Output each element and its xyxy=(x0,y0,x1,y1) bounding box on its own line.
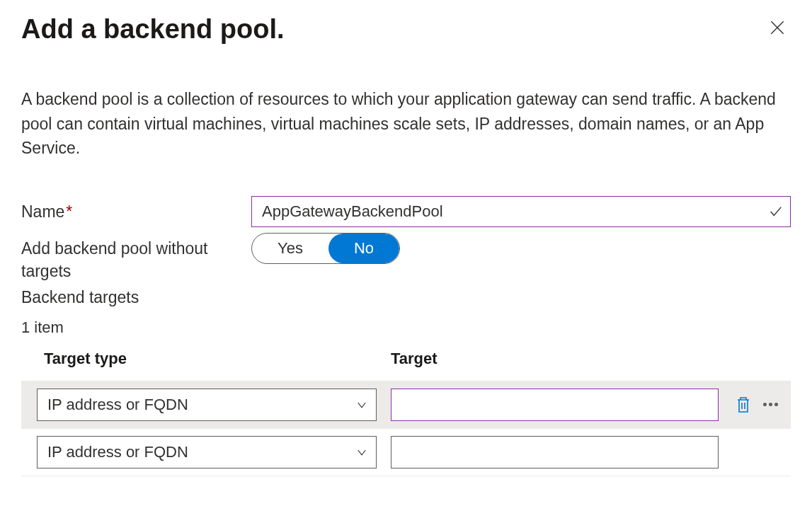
close-icon xyxy=(768,18,787,37)
target-input[interactable] xyxy=(391,389,719,421)
name-input[interactable] xyxy=(251,196,791,227)
no-targets-label: Add backend pool without targets xyxy=(21,233,251,282)
item-count: 1 item xyxy=(21,318,791,337)
checkmark-icon xyxy=(768,204,784,219)
table-row: IP address or FQDN xyxy=(21,428,791,476)
target-input[interactable] xyxy=(391,436,719,468)
description-text: A backend pool is a collection of resour… xyxy=(21,87,791,161)
required-asterisk: * xyxy=(66,202,72,221)
table-row: IP address or FQDN xyxy=(21,381,791,428)
backend-targets-label: Backend targets xyxy=(21,288,791,307)
toggle-no-option[interactable]: No xyxy=(328,234,399,263)
page-title: Add a backend pool. xyxy=(21,14,285,45)
column-header-target: Target xyxy=(391,350,791,368)
targets-table: Target type Target IP address or FQDN xyxy=(21,350,791,476)
no-targets-toggle[interactable]: Yes No xyxy=(251,233,400,264)
more-actions-button[interactable] xyxy=(760,400,781,409)
column-header-type: Target type xyxy=(44,350,391,368)
toggle-yes-option[interactable]: Yes xyxy=(252,234,328,263)
target-type-select[interactable]: IP address or FQDN xyxy=(37,389,377,421)
target-type-select[interactable]: IP address or FQDN xyxy=(37,436,377,468)
more-icon xyxy=(763,403,778,406)
close-button[interactable] xyxy=(764,14,791,43)
trash-icon xyxy=(735,396,752,414)
delete-row-button[interactable] xyxy=(732,393,755,417)
name-label: Name* xyxy=(21,196,251,223)
